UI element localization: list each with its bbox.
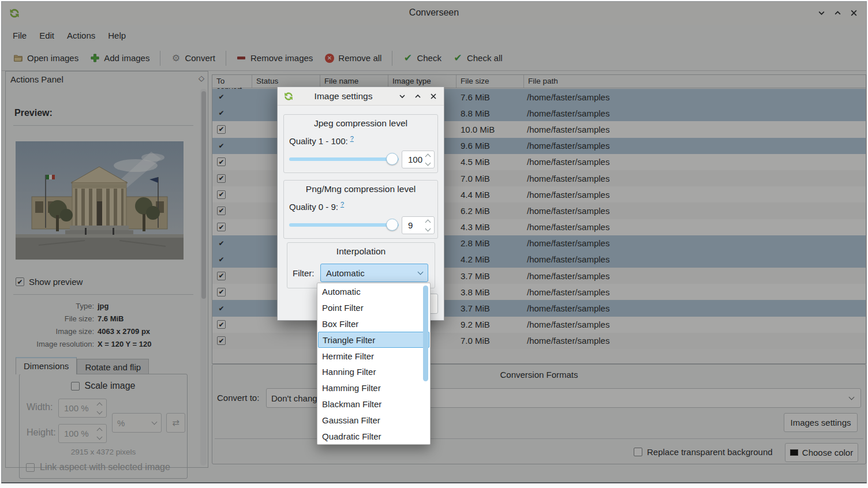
filter-combobox[interactable]: Automatic xyxy=(320,264,428,282)
filter-option[interactable]: Hamming Filter xyxy=(317,380,430,396)
png-quality-value: 9 xyxy=(402,220,424,230)
png-compression-group: Png/Mng compression level Quality 0 - 9:… xyxy=(283,180,438,239)
jpeg-quality-spinbox[interactable]: 100 xyxy=(402,151,435,168)
filter-option[interactable]: Gaussian Filter xyxy=(317,412,430,428)
slider-thumb[interactable] xyxy=(386,153,398,165)
filter-option[interactable]: Automatic xyxy=(317,284,430,300)
jpeg-quality-value: 100 xyxy=(402,155,424,164)
filter-option[interactable]: Triangle Filter xyxy=(318,332,429,348)
dialog-titlebar: Image settings xyxy=(278,87,444,106)
jpeg-quality-slider[interactable] xyxy=(289,153,399,166)
filter-option[interactable]: Box Filter xyxy=(317,316,430,332)
filter-option[interactable]: Hanning Filter xyxy=(317,364,430,380)
png-quality-slider[interactable] xyxy=(289,219,399,231)
jpeg-quality-label: Quality 1 - 100:? xyxy=(289,135,354,146)
dialog-title: Image settings xyxy=(298,91,388,102)
filter-option[interactable]: Blackman Filter xyxy=(317,396,430,412)
interpolation-group: Interpolation Filter: Automatic xyxy=(287,242,435,288)
interpolation-group-title: Interpolation xyxy=(287,246,435,257)
filter-option[interactable]: Hermite Filter xyxy=(317,348,430,364)
png-quality-label: Quality 0 - 9:? xyxy=(289,201,344,212)
help-link[interactable]: ? xyxy=(350,135,354,142)
slider-thumb[interactable] xyxy=(386,219,398,231)
filter-dropdown-popup: AutomaticPoint FilterBox FilterTriangle … xyxy=(317,283,431,445)
minimize-icon[interactable] xyxy=(398,92,407,101)
filter-selected-value: Automatic xyxy=(326,268,365,278)
filter-label: Filter: xyxy=(293,268,315,278)
desktop: Converseen File Edit Actions Help xyxy=(0,0,868,488)
converseen-logo-icon xyxy=(283,91,294,102)
maximize-icon[interactable] xyxy=(413,92,422,101)
filter-option[interactable]: Point Filter xyxy=(317,300,430,316)
slider-track[interactable] xyxy=(289,223,399,227)
spinner-arrows[interactable] xyxy=(424,153,434,167)
dropdown-scrollbar-thumb[interactable] xyxy=(423,286,428,381)
jpeg-group-title: Jpeg compression level xyxy=(284,118,437,129)
close-icon[interactable] xyxy=(429,92,438,101)
filter-option[interactable]: Quadratic Filter xyxy=(317,428,430,444)
help-link[interactable]: ? xyxy=(341,201,344,208)
png-group-title: Png/Mng compression level xyxy=(284,184,437,194)
dialog-controls xyxy=(398,92,438,101)
png-quality-spinbox[interactable]: 9 xyxy=(402,216,435,234)
slider-track[interactable] xyxy=(289,157,399,161)
chevron-down-icon xyxy=(418,269,424,275)
spinner-arrows[interactable] xyxy=(424,219,434,232)
jpeg-compression-group: Jpeg compression level Quality 1 - 100:?… xyxy=(283,114,438,173)
filter-options: AutomaticPoint FilterBox FilterTriangle … xyxy=(317,284,430,444)
